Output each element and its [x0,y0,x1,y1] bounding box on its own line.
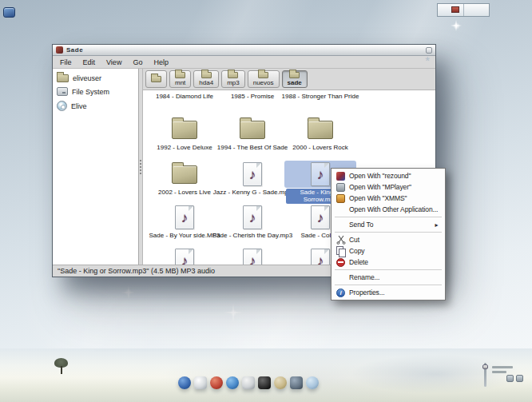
music-note-icon [317,168,324,181]
music-note-icon [317,211,324,225]
menu-help[interactable]: Help [148,58,174,67]
pathbar-button-nuevos[interactable]: nuevos [248,70,280,88]
pathbar-button-mp3[interactable]: mp3 [221,70,245,88]
pager-desktop-2[interactable] [464,4,490,16]
cdrom-icon [57,101,67,111]
pathbar-button-mnt[interactable]: mnt [169,70,191,88]
file-item[interactable]: 1988 - Stronger Than Pride [284,90,356,100]
folder-icon [172,165,197,184]
music-note-icon [181,254,189,265]
sidebar-item-eliveuser[interactable]: eliveuser [53,72,138,85]
xmms-icon [336,194,345,203]
tray-icon[interactable] [516,375,523,382]
pathbar-button-root[interactable] [145,70,167,88]
pathbar-button-hda4[interactable]: hda4 [193,70,219,88]
audio-file-icon [175,249,194,265]
file-label: 1988 - Stronger Than Pride [277,93,363,100]
menu-edit[interactable]: Edit [77,58,101,67]
menu-separator [335,285,442,285]
tray-icons[interactable] [506,375,523,382]
menu-separator [335,232,442,233]
dock-icon-5[interactable] [242,376,255,389]
audio-file-icon [311,205,330,229]
file-label: Jazz - Kenny G - Sade.mp3 [209,189,296,196]
sidebar-item-label: eliveuser [73,74,101,82]
sidebar-item-elive[interactable]: Elive [53,98,138,113]
audio-file-icon [243,205,262,229]
audio-file-icon [311,162,330,186]
file-item[interactable] [216,247,288,265]
desktop: { "desktop": { "dock_icons": ["app-brows… [0,0,532,402]
audio-file-icon [243,249,262,265]
window-icon [56,46,63,54]
menu-item-copy[interactable]: Copy [332,245,444,257]
menu-view[interactable]: View [101,58,127,67]
dock-icon-1[interactable] [178,376,191,389]
mplayer-icon [336,183,345,192]
dock-icon-8[interactable] [290,376,303,389]
dock-icon-9[interactable] [306,376,319,389]
audio-file-icon [311,249,330,265]
menu-item-properties[interactable]: Properties... [332,287,444,298]
shortcuts-sidebar: eliveuser File System Elive [53,69,139,265]
music-note-icon [249,254,256,265]
file-item[interactable] [149,247,220,265]
sparkle-effect [224,303,243,322]
menu-item-rename[interactable]: Rename... [332,272,444,283]
folder-icon [289,72,300,78]
folder-icon [228,72,238,78]
file-item[interactable]: Jazz - Kenny G - Sade.mp3 [216,161,288,196]
folder-icon [57,74,69,82]
cut-icon [336,235,346,245]
menu-go[interactable]: Go [127,58,148,67]
music-note-icon [249,211,256,225]
dock-icon-7[interactable] [274,376,287,389]
folder-icon [240,121,265,139]
sidebar-item-label: Elive [71,102,87,110]
throbber-icon [425,58,430,66]
dock [178,376,319,389]
desktop-pager[interactable] [437,3,490,17]
menu-item-open-with-xmms[interactable]: Open With "XMMS" [332,193,444,204]
pager-desktop-1[interactable] [438,4,464,16]
path-bar: mnt hda4 mp3 nuevos sade [143,69,435,90]
sidebar-item-file-system[interactable]: File System [53,85,138,98]
folder-icon [308,121,333,139]
desktop-gadget-icon[interactable] [3,7,15,18]
file-item[interactable]: 2000 - Lovers Rock [284,116,356,151]
audio-file-icon [175,205,194,229]
menu-item-cut[interactable]: Cut [332,234,444,245]
menu-item-send-to[interactable]: Send To [332,219,444,230]
drive-icon [57,87,68,96]
dock-icon-2[interactable] [194,376,207,389]
sidebar-item-label: File System [72,88,109,96]
menu-file[interactable]: File [54,58,77,67]
rezound-icon [336,172,345,181]
music-note-icon [181,211,189,225]
dock-icon-3[interactable] [210,376,223,389]
menu-item-open-with-other[interactable]: Open With Other Application... [332,204,444,215]
submenu-arrow-icon [427,221,438,229]
folder-icon [172,121,197,139]
tray-icon[interactable] [506,375,514,382]
dock-icon-4[interactable] [226,376,239,389]
audio-file-icon [243,162,262,186]
splitter-grip-icon [140,160,141,174]
tree-silhouette [54,358,69,375]
context-menu: Open With "rezound" Open With "MPlayer" … [331,168,446,301]
titlebar-button[interactable] [426,47,432,54]
pager-window-thumbnail [451,6,459,13]
volume-slider[interactable] [484,363,486,387]
titlebar[interactable]: Sade [53,45,435,56]
dock-icon-6[interactable] [258,376,271,389]
menu-item-open-with-mplayer[interactable]: Open With "MPlayer" [332,181,444,193]
window-title: Sade [66,46,83,54]
slider-knob[interactable] [482,364,488,369]
menu-item-delete[interactable]: Delete [332,257,444,268]
menu-item-open-with-rezound[interactable]: Open With "rezound" [332,170,444,181]
folder-icon [201,72,212,78]
landscape-wallpaper-strip [0,348,532,402]
status-text: "Sade - King or Sorrow.mp3" (4.5 MB) MP3… [58,267,215,275]
sparkle-effect [121,285,135,299]
pathbar-button-sade[interactable]: sade [282,70,308,88]
